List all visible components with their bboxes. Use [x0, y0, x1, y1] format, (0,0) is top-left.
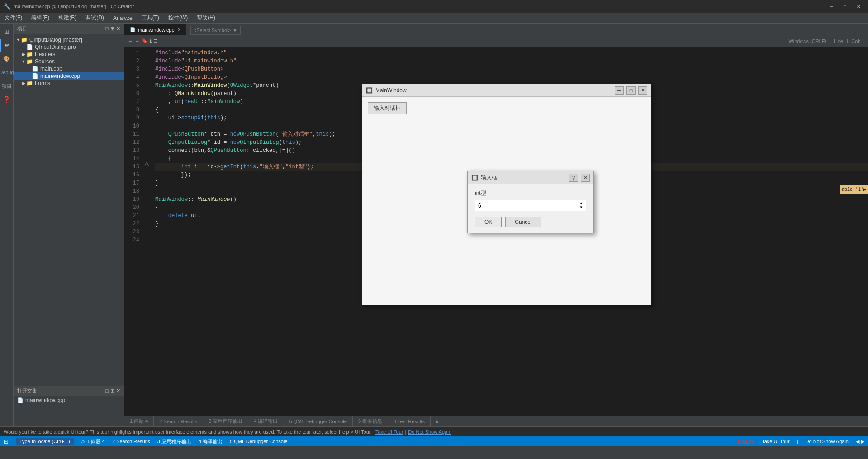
tree-arrow: ▼	[15, 38, 21, 42]
tree-item-mainwindow-cpp[interactable]: 📄 mainwindow.cpp	[14, 72, 124, 80]
sidebar-icon-projects[interactable]: 项目	[0, 80, 13, 92]
spinbox-down-icon[interactable]: ▼	[579, 206, 583, 209]
tree-item-headers[interactable]: ▶ 📁 Headers	[14, 51, 124, 58]
toolbar-back-icon[interactable]: ←	[128, 38, 133, 44]
problem-count[interactable]: ⚠ 1 问题 4	[81, 438, 105, 445]
input-dialog-help-button[interactable]: ?	[569, 174, 578, 182]
input-dialog-spinbox[interactable]: 6 ▲ ▼	[475, 200, 586, 211]
input-dialog-body: int型 6 ▲ ▼ OK Cancel	[468, 184, 593, 233]
spinbox-up-icon[interactable]: ▲	[579, 202, 583, 205]
spinbox-arrows[interactable]: ▲ ▼	[579, 202, 583, 209]
toolbar-split-icon[interactable]: ⊟	[153, 38, 157, 44]
bottom-tab-summary[interactable]: 6 概要信息	[353, 416, 388, 426]
sidebar-icon-welcome[interactable]: ⊞	[0, 25, 13, 38]
status-scroll[interactable]: ◀ ▶	[856, 439, 864, 445]
menu-build[interactable]: 构建(B)	[54, 13, 81, 23]
open-file-icon: 📄	[17, 397, 24, 403]
maximize-button[interactable]: □	[839, 2, 851, 10]
tour-link-dismiss[interactable]: Do Not Show Again	[408, 429, 451, 435]
input-dialog-close-button[interactable]: ✕	[581, 174, 590, 182]
code-line-2: #include "ui_mainwindow.h"	[155, 57, 868, 65]
bottom-tab-qml[interactable]: 5 QML Debugger Console	[284, 416, 353, 426]
menu-tools[interactable]: 工具(T)	[137, 13, 164, 23]
sidebar-icons: ⊞ ✏ 🎨 Debug 项目 ❓	[0, 24, 14, 426]
tour-separator: |	[405, 429, 407, 435]
status-bar-icon: ⊞	[4, 438, 9, 445]
menu-bar: 文件(F) 编辑(E) 构建(B) 调试(D) Analyze 工具(T) 控件…	[0, 13, 868, 24]
separator: |	[797, 439, 798, 444]
mainwindow-minimize-button[interactable]: ─	[615, 86, 624, 95]
select-symbol-dropdown[interactable]: <Select Symbol> ▼	[190, 26, 241, 35]
qml-console[interactable]: 5 QML Debugger Console	[230, 439, 287, 444]
input-dialog-title: 输入框	[481, 174, 566, 181]
tree-folder-icon: 📁	[26, 58, 33, 65]
menu-help[interactable]: 帮助(H)	[192, 13, 220, 23]
tree-label: Sources	[35, 58, 55, 65]
editor-toolbar: ← → 🔖 ℹ ⊟ Windows (CRLF) Line: 1, Col: 1	[124, 35, 868, 47]
input-dialog-cancel-button[interactable]: Cancel	[505, 217, 541, 227]
app-output[interactable]: 3 应用程序输出	[157, 438, 191, 445]
input-dialog: 🔲 输入框 ? ✕ int型 6 ▲ ▼ OK Cancel	[467, 171, 594, 233]
tab-mainwindow-cpp[interactable]: 📄 mainwindow.cpp ✕	[124, 24, 187, 35]
tree-item-pro[interactable]: 📄 QInputDialog.pro	[14, 43, 124, 51]
app-icon: 🔧	[4, 3, 11, 10]
menu-file[interactable]: 文件(F)	[0, 13, 27, 23]
tree-item-forms[interactable]: ▶ 📁 Forms	[14, 80, 124, 87]
open-files-panel: 打开文集 □ ⊞ ✕ 📄 mainwindow.cpp	[14, 386, 124, 426]
open-files-ctrl-grid[interactable]: ⊞	[110, 388, 114, 394]
bottom-tab-problems[interactable]: 1 问题 4	[124, 416, 154, 426]
take-tour-link[interactable]: Take UI Tour	[762, 439, 790, 444]
compile-output[interactable]: 4 编译输出	[199, 438, 223, 445]
bottom-tabs-more[interactable]: ▲	[432, 418, 441, 425]
close-button[interactable]: ✕	[853, 2, 864, 10]
tree-item-root[interactable]: ▼ 📁 QInputDialog [master]	[14, 36, 124, 43]
tour-text: Would you like to take a quick UI tour? …	[4, 429, 372, 435]
mainwindow-close-button[interactable]: ✕	[638, 86, 647, 95]
status-bar: ⊞ Type to locate (Ctrl+...) ⚠ 1 问题 4 2 S…	[0, 436, 868, 446]
bottom-tab-compile[interactable]: 4 编译输出	[248, 416, 284, 426]
project-panel-ctrl-split[interactable]: □	[105, 26, 109, 32]
tree-icon: 📁	[21, 37, 28, 43]
tree-item-main-cpp[interactable]: 📄 main.cpp	[14, 65, 124, 72]
sidebar-icon-help[interactable]: ❓	[0, 93, 13, 106]
input-dialog-icon: 🔲	[471, 175, 478, 181]
sidebar-icon-edit[interactable]: ✏	[0, 39, 13, 52]
menu-controls[interactable]: 控件(W)	[164, 13, 192, 23]
minimize-button[interactable]: ─	[825, 2, 837, 10]
tour-banner: Would you like to take a quick UI tour? …	[0, 426, 868, 436]
menu-edit[interactable]: 编辑(E)	[27, 13, 54, 23]
menu-debug[interactable]: 调试(D)	[81, 13, 109, 23]
tree-label: QInputDialog [master]	[29, 37, 82, 43]
input-dialog-buttons: OK Cancel	[475, 217, 586, 227]
search-results[interactable]: 2 Search Results	[112, 439, 150, 444]
code-line-3: #include <QPushButton>	[155, 65, 868, 73]
open-file-mainwindow[interactable]: 📄 mainwindow.cpp	[14, 396, 124, 404]
bottom-panel: 1 问题 4 2 Search Results 3 应用程序输出 4 编译输出 …	[124, 416, 868, 426]
tour-link-take[interactable]: Take UI Tour	[375, 429, 403, 435]
window-controls: ─ □ ✕	[825, 2, 864, 10]
bottom-tab-tests[interactable]: 8 Test Results	[388, 416, 431, 426]
tree-folder-icon: 📁	[26, 80, 33, 86]
sidebar-icon-debug[interactable]: Debug	[0, 66, 13, 79]
dont-show-link[interactable]: Do Not Show Again	[806, 439, 849, 444]
mainwindow-maximize-button[interactable]: □	[626, 86, 636, 95]
type-to-locate[interactable]: Type to locate (Ctrl+...)	[16, 438, 74, 445]
project-panel-ctrl-grid[interactable]: ⊞	[110, 26, 114, 32]
input-dialog-open-button[interactable]: 输入对话框	[368, 102, 407, 114]
tree-icon: 📄	[32, 66, 38, 72]
input-dialog-ok-button[interactable]: OK	[475, 217, 502, 227]
tree-item-sources[interactable]: ▼ 📁 Sources	[14, 58, 124, 65]
open-files-ctrl-split[interactable]: □	[105, 388, 109, 394]
bottom-tab-search[interactable]: 2 Search Results	[154, 416, 203, 426]
open-files-ctrl-close[interactable]: ✕	[116, 388, 120, 394]
menu-analyze[interactable]: Analyze	[109, 13, 137, 23]
toolbar-forward-icon[interactable]: →	[135, 38, 140, 44]
tab-close-icon[interactable]: ✕	[177, 27, 181, 32]
bottom-tab-app-output[interactable]: 3 应用程序输出	[203, 416, 248, 426]
toolbar-bookmark-icon[interactable]: 🔖	[142, 38, 148, 44]
tree-label: Forms	[35, 80, 50, 86]
sidebar-icon-design[interactable]: 🎨	[0, 52, 13, 65]
project-panel-ctrl-close[interactable]: ✕	[116, 26, 120, 32]
tree-arrow: ▶	[21, 81, 26, 85]
toolbar-info-icon: ℹ	[150, 38, 152, 44]
